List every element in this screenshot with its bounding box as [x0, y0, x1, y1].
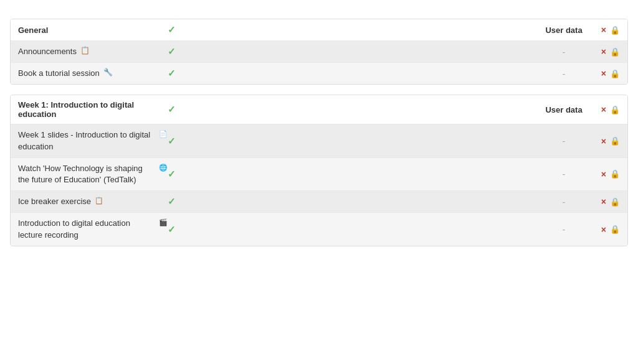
section-header-name: General [18, 26, 168, 35]
user-data-value: - [539, 225, 589, 234]
item-row-ice-breaker: Ice breaker exercise 📋 ✓ - × 🔒 [11, 191, 627, 213]
item-label: Week 1 slides - Introduction to digital … [18, 129, 155, 152]
item-check: ✓ [168, 169, 193, 180]
item-remove-button[interactable]: × [601, 136, 606, 146]
item-row-book-tutorial: Book a tutorial session 🔧 ✓ - × 🔒 [11, 63, 627, 84]
item-actions: × 🔒 [589, 68, 620, 78]
section-header-check: ✓ [168, 104, 193, 115]
item-label: Watch 'How Technology is shaping the fut… [18, 163, 155, 185]
user-data-value: - [539, 136, 589, 146]
item-remove-button[interactable]: × [601, 169, 606, 179]
item-label: Ice breaker exercise [18, 196, 91, 207]
item-remove-button[interactable]: × [601, 47, 606, 57]
item-row-announcements: Announcements 📋 ✓ - × 🔒 [11, 41, 627, 63]
section-title: General [18, 26, 48, 35]
item-label: Announcements [18, 46, 77, 57]
item-row-watch-tedtalk: Watch 'How Technology is shaping the fut… [11, 158, 627, 191]
item-name-col: Introduction to digital education lectur… [18, 218, 168, 240]
tutorial-icon: 🔧 [103, 68, 113, 77]
user-data-dash: - [563, 47, 565, 57]
user-data-dash: - [563, 69, 565, 78]
section-header-name: Week 1: Introduction to digital educatio… [18, 100, 168, 119]
user-data-dash: - [563, 197, 565, 207]
item-check: ✓ [168, 224, 193, 235]
item-lock-icon[interactable]: 🔒 [610, 69, 620, 78]
check-icon: ✓ [168, 24, 176, 35]
user-data-dash: - [563, 225, 565, 234]
check-mark-icon: ✓ [168, 68, 176, 79]
recording-icon: 🎬 [159, 218, 168, 226]
remove-button[interactable]: × [601, 105, 606, 114]
item-name-col: Book a tutorial session 🔧 [18, 68, 168, 79]
item-name-col: Watch 'How Technology is shaping the fut… [18, 163, 168, 185]
item-lock-icon[interactable]: 🔒 [610, 225, 620, 234]
item-actions: × 🔒 [589, 47, 620, 57]
item-check: ✓ [168, 136, 193, 147]
check-mark-icon: ✓ [168, 224, 176, 235]
item-label: Introduction to digital education lectur… [18, 218, 155, 240]
user-data-header: User data [539, 26, 589, 35]
item-row-intro-lecture: Introduction to digital education lectur… [11, 213, 627, 245]
item-name-col: Announcements 📋 [18, 46, 168, 57]
item-actions: × 🔒 [589, 197, 620, 207]
item-row-week1-slides: Week 1 slides - Introduction to digital … [11, 124, 627, 157]
item-label: Book a tutorial session [18, 68, 100, 79]
remove-button[interactable]: × [601, 25, 606, 35]
section-week1: Week 1: Introduction to digital educatio… [10, 95, 628, 246]
section-general: General ✓ User data × 🔒 Announcements 📋 … [10, 19, 628, 85]
section-header-check: ✓ [168, 24, 193, 35]
item-remove-button[interactable]: × [601, 197, 606, 207]
user-data-value: - [539, 69, 589, 78]
section-title: Week 1: Introduction to digital educatio… [18, 100, 168, 119]
slides-icon: 📄 [159, 129, 168, 138]
header-actions: × 🔒 [589, 105, 620, 114]
item-check: ✓ [168, 196, 193, 207]
check-mark-icon: ✓ [168, 169, 176, 180]
lock-icon[interactable]: 🔒 [610, 105, 620, 114]
item-check: ✓ [168, 46, 193, 57]
user-data-dash: - [563, 169, 565, 179]
lock-icon[interactable]: 🔒 [610, 26, 620, 35]
item-name-col: Ice breaker exercise 📋 [18, 196, 168, 207]
check-mark-icon: ✓ [168, 46, 176, 57]
announcement-icon: 📋 [80, 46, 90, 55]
item-lock-icon[interactable]: 🔒 [610, 136, 620, 146]
user-data-value: - [539, 169, 589, 179]
item-check: ✓ [168, 68, 193, 79]
item-actions: × 🔒 [589, 136, 620, 146]
check-mark-icon: ✓ [168, 196, 176, 207]
exercise-icon: 📋 [95, 196, 103, 205]
section-header-general: General ✓ User data × 🔒 [11, 19, 627, 41]
section-header-week1: Week 1: Introduction to digital educatio… [11, 95, 627, 124]
item-actions: × 🔒 [589, 225, 620, 235]
user-data-dash: - [563, 136, 565, 146]
item-lock-icon[interactable]: 🔒 [610, 47, 620, 57]
web-icon: 🌐 [159, 163, 168, 172]
user-data-header: User data [539, 105, 589, 114]
item-actions: × 🔒 [589, 169, 620, 179]
user-data-value: - [539, 197, 589, 207]
header-actions: × 🔒 [589, 25, 620, 35]
check-icon: ✓ [168, 104, 176, 115]
check-mark-icon: ✓ [168, 136, 176, 147]
user-data-value: - [539, 47, 589, 57]
item-remove-button[interactable]: × [601, 225, 606, 235]
item-lock-icon[interactable]: 🔒 [610, 197, 620, 207]
item-lock-icon[interactable]: 🔒 [610, 169, 620, 179]
item-remove-button[interactable]: × [601, 68, 606, 78]
item-name-col: Week 1 slides - Introduction to digital … [18, 129, 168, 152]
